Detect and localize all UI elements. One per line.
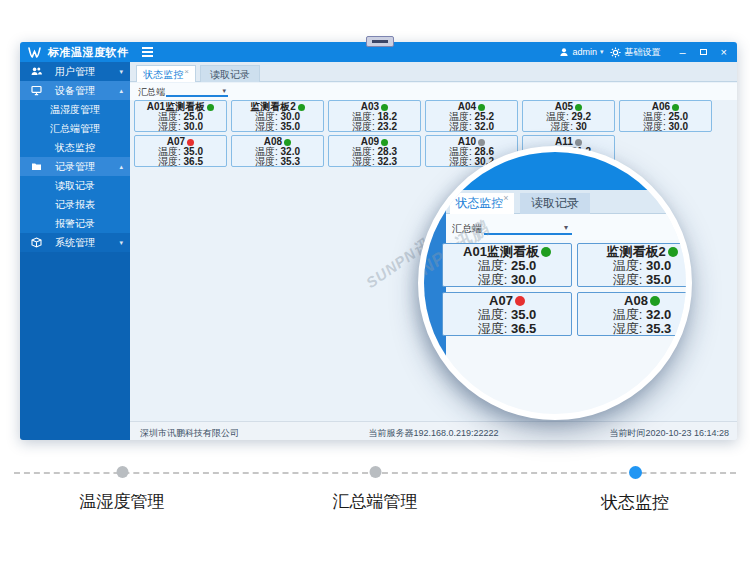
magnified-monitor-card: A01监测看板 温度: 25.0 湿度: 30.0 <box>442 243 572 287</box>
sidebar-item-record-management[interactable]: 记录管理 ▴ <box>20 157 130 176</box>
sidebar-item-read-records[interactable]: 读取记录 <box>20 176 130 195</box>
step-dot[interactable] <box>629 466 642 479</box>
menu-toggle-icon[interactable] <box>142 47 153 57</box>
monitor-card-grid: A01监测看板 温度: 25.0 湿度: 30.0 监测看板2 温度: 30.0… <box>134 100 726 167</box>
sidebar-item-temp-humidity-management[interactable]: 温湿度管理 <box>20 100 130 119</box>
sidebar-item-label: 读取记录 <box>55 180 95 191</box>
monitor-card[interactable]: A09 温度: 28.3 湿度: 32.3 <box>328 135 421 167</box>
tab-label: 状态监控 <box>143 69 183 80</box>
status-dot <box>478 139 485 146</box>
step-label: 状态监控 <box>601 491 669 514</box>
aggregator-select[interactable]: ▾ <box>166 84 228 97</box>
sidebar-item-alarm-records[interactable]: 报警记录 <box>20 214 130 233</box>
current-time: 当前时间2020-10-23 16:14:28 <box>609 427 729 440</box>
sidebar-item-record-report[interactable]: 记录报表 <box>20 195 130 214</box>
status-bar: 深圳市讯鹏科技有限公司 当前服务器192.168.0.219:22222 当前时… <box>130 421 737 440</box>
sidebar-item-aggregator-management[interactable]: 汇总端管理 <box>20 119 130 138</box>
hum-value: 32.0 <box>475 121 494 132</box>
step-dot[interactable] <box>369 466 381 478</box>
status-dot <box>650 296 660 306</box>
magnified-monitor-card: A07 温度: 35.0 湿度: 36.5 <box>442 292 572 336</box>
footer-step-temp-humidity[interactable]: 温湿度管理 <box>80 466 165 513</box>
hum-value: 35.3 <box>281 156 300 167</box>
tab-label: 读取记录 <box>210 69 250 80</box>
magnified-tab-read-records: 读取记录 <box>520 193 590 214</box>
monitor-card[interactable]: A05 温度: 29.2 湿度: 30 <box>522 100 615 132</box>
footer-step-status-monitor[interactable]: 状态监控 <box>601 466 669 514</box>
basic-settings-button[interactable]: 基础设置 <box>610 46 660 59</box>
hum-value: 32.3 <box>378 156 397 167</box>
restore-button[interactable] <box>700 49 707 55</box>
chevron-down-icon: ▾ <box>564 223 568 232</box>
sidebar-item-user-management[interactable]: 用户管理 ▾ <box>20 62 130 81</box>
status-dot <box>381 139 388 146</box>
status-dot <box>672 104 679 111</box>
chevron-down-icon: ▾ <box>600 48 604 56</box>
sidebar-item-label: 用户管理 <box>55 66 95 77</box>
status-dot <box>187 139 194 146</box>
user-menu[interactable]: admin ▾ <box>559 47 603 57</box>
hum-value: 30.0 <box>669 121 688 132</box>
status-dot <box>381 104 388 111</box>
tab-close-icon[interactable]: × <box>184 67 189 76</box>
basic-settings-label: 基础设置 <box>624 46 660 59</box>
sidebar-item-label: 记录管理 <box>55 161 95 172</box>
status-dot <box>478 104 485 111</box>
status-dot <box>575 104 582 111</box>
monitor-icon <box>31 85 42 96</box>
monitor-card[interactable]: A04 温度: 25.2 湿度: 32.0 <box>425 100 518 132</box>
chevron-down-icon: ▾ <box>222 87 226 95</box>
status-dot <box>284 139 291 146</box>
status-dot <box>298 104 305 111</box>
screen-capture-handle[interactable] <box>366 36 394 47</box>
app-logo-icon <box>28 46 41 59</box>
gear-icon <box>610 47 621 58</box>
monitor-card[interactable]: A06 温度: 25.0 湿度: 30.0 <box>619 100 712 132</box>
screenshot-stage: 标准温湿度软件 admin ▾ 基础设置 – <box>0 0 750 571</box>
status-dot <box>575 139 582 146</box>
hum-value: 30.0 <box>184 121 203 132</box>
step-label: 汇总端管理 <box>333 490 418 513</box>
tab-bar: 状态监控× 读取记录 <box>130 62 737 82</box>
step-dot[interactable] <box>116 466 128 478</box>
monitor-card[interactable]: A07 温度: 35.0 湿度: 36.5 <box>134 135 227 167</box>
sidebar-item-status-monitor[interactable]: 状态监控 <box>20 138 130 157</box>
monitor-card[interactable]: A01监测看板 温度: 25.0 湿度: 30.0 <box>134 100 227 132</box>
close-button[interactable]: × <box>721 46 727 58</box>
sidebar-item-label: 状态监控 <box>55 142 95 153</box>
sidebar-item-label: 记录报表 <box>55 199 95 210</box>
monitor-card[interactable]: A08 温度: 32.0 湿度: 35.3 <box>231 135 324 167</box>
filter-toolbar: 汇总端 ▾ <box>130 83 737 100</box>
package-icon <box>31 237 42 248</box>
app-title: 标准温湿度软件 <box>48 45 129 60</box>
sidebar-item-label: 报警记录 <box>55 218 95 229</box>
monitor-card[interactable]: 监测看板2 温度: 30.0 湿度: 35.0 <box>231 100 324 132</box>
user-icon <box>559 47 569 57</box>
user-name: admin <box>572 47 597 57</box>
sidebar: 用户管理 ▾ 设备管理 ▴ 温湿度管理 汇总端管理 状态监控 <box>20 62 130 440</box>
sidebar-item-device-management[interactable]: 设备管理 ▴ <box>20 81 130 100</box>
tab-close-icon: × <box>503 193 508 203</box>
users-icon <box>31 66 42 77</box>
hum-value: 23.2 <box>378 121 397 132</box>
magnified-monitor-card: A08 温度: 32.0 湿度: 35.3 <box>577 292 692 336</box>
magnifier-circle: 状态监控× 读取记录 汇总端 ▾ SUNPN讯鹏 A01监测看板 温度: 25.… <box>418 146 692 420</box>
magnified-aggregator-select: ▾ <box>484 220 572 235</box>
footer-step-aggregator[interactable]: 汇总端管理 <box>333 466 418 513</box>
sidebar-item-label: 温湿度管理 <box>50 104 100 115</box>
tab-status-monitor[interactable]: 状态监控× <box>136 65 196 82</box>
status-dot <box>515 296 525 306</box>
hum-value: 36.5 <box>184 156 203 167</box>
magnified-tab-bar: 状态监控× 读取记录 <box>446 190 692 214</box>
step-label: 温湿度管理 <box>80 490 165 513</box>
sidebar-item-system-management[interactable]: 系统管理 ▾ <box>20 233 130 252</box>
hum-value: 35.0 <box>281 121 300 132</box>
chevron-up-icon: ▴ <box>119 81 123 100</box>
folder-icon <box>31 161 42 172</box>
monitor-card[interactable]: A03 温度: 18.2 湿度: 23.2 <box>328 100 421 132</box>
tab-read-records[interactable]: 读取记录 <box>200 65 260 82</box>
sidebar-item-label: 设备管理 <box>55 85 95 96</box>
minimize-button[interactable]: – <box>679 47 685 57</box>
magnified-monitor-card: 监测看板2 温度: 30.0 湿度: 35.0 <box>577 243 692 287</box>
chevron-up-icon: ▴ <box>119 157 123 176</box>
